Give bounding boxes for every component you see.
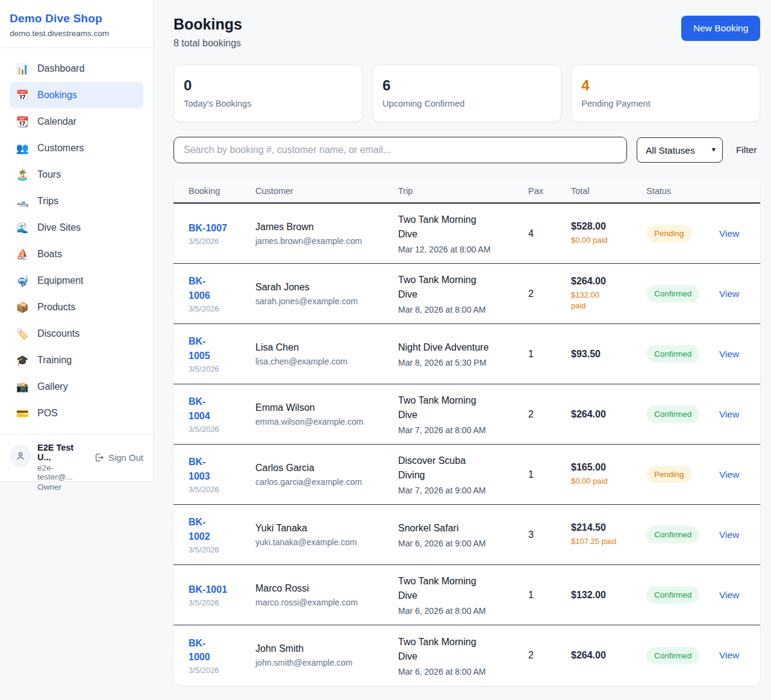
stat-card: 6 Upcoming Confirmed [372, 64, 561, 122]
trip-name: Two Tank Morning Dive [398, 574, 493, 603]
table-row[interactable]: BK-1001 3/5/2026 Marco Rossi marco.rossi… [173, 565, 760, 625]
trip-cell: Two Tank Morning Dive Mar 12, 2026 at 8:… [398, 213, 528, 254]
view-link[interactable]: View [719, 349, 739, 359]
sidebar-item-label: Dashboard [37, 63, 84, 74]
booking-date: 3/5/2026 [189, 598, 249, 607]
booking-id-link[interactable]: BK-1003 [189, 455, 215, 483]
booking-id-link[interactable]: BK-1006 [189, 274, 215, 302]
booking-date: 3/5/2026 [189, 304, 249, 313]
sidebar-item-products[interactable]: 📦 Products [10, 294, 143, 320]
tear-off-calendar-icon: 📆 [16, 116, 29, 128]
sidebar-item-label: Gallery [37, 381, 68, 392]
stat-label: Upcoming Confirmed [382, 99, 551, 108]
status-cell: Confirmed [646, 586, 719, 604]
booking-cell: BK-1007 3/5/2026 [189, 221, 255, 246]
view-link[interactable]: View [719, 409, 739, 419]
table-row[interactable]: BK-1005 3/5/2026 Lisa Chen lisa.chen@exa… [173, 324, 760, 384]
booking-id-link[interactable]: BK-1000 [189, 636, 215, 664]
booking-id-link[interactable]: BK-1002 [189, 515, 215, 543]
view-link[interactable]: View [719, 228, 739, 239]
trip-name: Snorkel Safari [398, 521, 493, 536]
view-link[interactable]: View [719, 469, 739, 480]
status-badge: Pending [646, 466, 692, 483]
customer-cell: Emma Wilson emma.wilson@example.com [255, 402, 398, 427]
customer-cell: Yuki Tanaka yuki.tanaka@example.com [255, 523, 398, 547]
sidebar-item-gallery[interactable]: 📸 Gallery [10, 373, 143, 400]
actions-cell: View [719, 590, 745, 601]
total-cell: $93.50 [571, 349, 646, 360]
table-row[interactable]: BK-1003 3/5/2026 Carlos Garcia carlos.ga… [173, 445, 760, 505]
sidebar-item-boats[interactable]: ⛵ Boats [10, 241, 143, 267]
column-header-status: Status [646, 186, 719, 196]
status-cell: Pending [646, 225, 719, 242]
stat-value: 6 [382, 77, 551, 94]
person-icon [15, 451, 26, 461]
status-badge: Confirmed [646, 345, 699, 363]
table-row[interactable]: BK-1007 3/5/2026 James Brown james.brown… [173, 204, 760, 264]
booking-date: 3/5/2026 [189, 666, 249, 675]
view-link[interactable]: View [719, 650, 739, 660]
booking-cell: BK-1006 3/5/2026 [189, 274, 255, 313]
sidebar-item-bookings[interactable]: 📅 Bookings [10, 82, 143, 108]
new-booking-button[interactable]: New Booking [681, 16, 760, 41]
view-link[interactable]: View [719, 530, 739, 540]
sidebar-item-equipment[interactable]: 🤿 Equipment [10, 267, 143, 294]
booking-id-link[interactable]: BK-1007 [189, 221, 249, 235]
actions-cell: View [719, 409, 745, 420]
stat-card: 4 Pending Payment [571, 64, 760, 122]
trip-datetime: Mar 6, 2026 at 8:00 AM [398, 606, 522, 616]
view-link[interactable]: View [719, 289, 739, 299]
sidebar-item-tours[interactable]: 🏝️ Tours [10, 161, 143, 188]
table-row[interactable]: BK-1000 3/5/2026 John Smith john.smith@e… [173, 625, 760, 686]
sidebar-item-label: Equipment [37, 275, 84, 286]
search-input[interactable] [173, 137, 627, 163]
status-select[interactable]: All Statuses [637, 137, 723, 163]
status-select-wrap: All Statuses ▾ [637, 137, 723, 163]
motorboat-icon: 🛥️ [16, 195, 29, 208]
booking-date: 3/5/2026 [189, 425, 249, 434]
booking-id-link[interactable]: BK-1005 [189, 334, 215, 362]
booking-date: 3/5/2026 [189, 485, 249, 494]
customer-name: Sarah Jones [255, 282, 392, 293]
customer-email: james.brown@example.com [255, 236, 392, 246]
total-cell: $132.00 [571, 590, 646, 601]
sidebar-item-customers[interactable]: 👥 Customers [10, 135, 143, 161]
sidebar-item-pos[interactable]: 💳 POS [10, 400, 143, 427]
filter-button[interactable]: Filter [732, 140, 760, 160]
sign-out-button[interactable]: Sign Out [94, 452, 143, 463]
status-cell: Confirmed [646, 647, 719, 664]
table-row[interactable]: BK-1002 3/5/2026 Yuki Tanaka yuki.tanaka… [173, 505, 760, 565]
trip-name: Two Tank Morning Dive [398, 635, 493, 664]
table-row[interactable]: BK-1006 3/5/2026 Sarah Jones sarah.jones… [173, 264, 760, 324]
pax-cell: 2 [528, 289, 571, 299]
status-cell: Confirmed [646, 345, 719, 363]
booking-id-link[interactable]: BK-1004 [189, 395, 215, 422]
diving-mask-icon: 🤿 [16, 275, 29, 287]
view-link[interactable]: View [719, 590, 739, 600]
sidebar-item-dive-sites[interactable]: 🌊 Dive Sites [10, 214, 143, 241]
sidebar-item-calendar[interactable]: 📆 Calendar [10, 108, 143, 135]
total-amount: $528.00 [571, 221, 640, 232]
sidebar-item-trips[interactable]: 🛥️ Trips [10, 188, 143, 214]
booking-date: 3/5/2026 [189, 545, 249, 554]
table-row[interactable]: BK-1004 3/5/2026 Emma Wilson emma.wilson… [173, 384, 760, 445]
trip-cell: Night Dive Adventure Mar 8, 2026 at 5:30… [398, 340, 528, 367]
customer-name: John Smith [255, 643, 392, 654]
trip-name: Two Tank Morning Dive [398, 393, 493, 422]
total-amount: $132.00 [571, 590, 640, 601]
total-cell: $528.00 $0.00 paid [571, 221, 646, 246]
customer-email: yuki.tanaka@example.com [255, 537, 392, 547]
customer-name: Emma Wilson [255, 402, 392, 413]
status-badge: Pending [646, 225, 692, 242]
pax-cell: 2 [528, 409, 571, 420]
total-amount: $264.00 [571, 409, 640, 420]
booking-id-link[interactable]: BK-1001 [189, 583, 249, 596]
stat-label: Pending Payment [581, 99, 750, 108]
sidebar-item-dashboard[interactable]: 📊 Dashboard [10, 55, 143, 82]
sidebar-item-discounts[interactable]: 🏷️ Discounts [10, 320, 143, 347]
paid-amount: $107.25 paid [571, 536, 640, 547]
actions-cell: View [719, 349, 745, 360]
sidebar-item-label: Tours [37, 169, 61, 180]
sidebar-item-training[interactable]: 🎓 Training [10, 347, 143, 373]
customer-name: Lisa Chen [255, 342, 392, 353]
